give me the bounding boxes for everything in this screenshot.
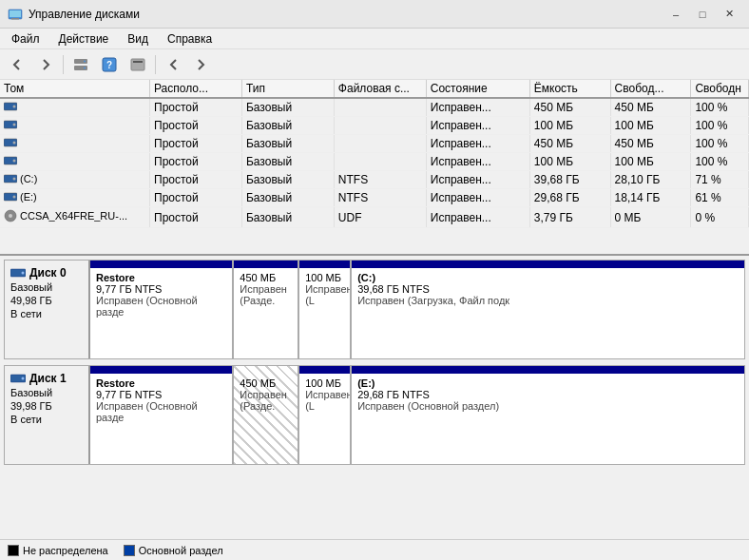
disk-status-1: В сети	[10, 414, 83, 425]
partition-0-0[interactable]: Restore 9,77 ГБ NTFS Исправен (Основной …	[90, 261, 234, 358]
cell-free: 100 МБ	[610, 117, 691, 135]
cell-rasp: Простой	[150, 98, 242, 117]
partition-1-2[interactable]: 100 МБ Исправен (L	[299, 366, 352, 464]
part-size-0-0: 9,77 ГБ NTFS	[96, 283, 226, 295]
cell-tom	[0, 135, 150, 153]
cell-state: Исправен...	[426, 98, 529, 117]
arrow-right-button[interactable]	[188, 52, 215, 77]
cell-free: 18,14 ГБ	[610, 189, 691, 207]
col-header-rasp[interactable]: Располо...	[150, 80, 242, 98]
col-header-tom[interactable]: Том	[0, 80, 150, 98]
col-header-free[interactable]: Свобод...	[610, 80, 691, 98]
cell-emk: 100 МБ	[529, 153, 610, 171]
table-row[interactable]: Простой Базовый Исправен... 100 МБ 100 М…	[0, 153, 749, 171]
cell-tom: (C:)	[0, 171, 150, 189]
cell-rasp: Простой	[150, 117, 242, 135]
app-icon	[8, 7, 23, 22]
forward-button[interactable]	[32, 52, 59, 77]
menu-file[interactable]: Файл	[4, 30, 48, 48]
maximize-button[interactable]: □	[690, 4, 715, 25]
help-button[interactable]: ?	[96, 52, 123, 77]
arrow-left-button[interactable]	[160, 52, 186, 77]
cell-state: Исправен...	[426, 189, 529, 207]
table-row[interactable]: Простой Базовый Исправен... 100 МБ 100 М…	[0, 117, 749, 135]
cell-fs	[334, 98, 426, 117]
disk-size-0: 49,98 ГБ	[10, 295, 83, 306]
window-title: Управление дисками	[29, 8, 140, 21]
svg-point-28	[22, 377, 25, 380]
cell-emk: 3,79 ГБ	[529, 207, 610, 228]
disk-type-0: Базовый	[10, 281, 83, 293]
part-status-1-3: Исправен (Основной раздел)	[357, 400, 739, 412]
cell-fs: NTFS	[334, 171, 426, 189]
table-row[interactable]: Простой Базовый Исправен... 450 МБ 450 М…	[0, 135, 749, 153]
partition-0-2[interactable]: 100 МБ Исправен (L	[299, 261, 352, 358]
svg-rect-9	[131, 59, 144, 70]
table-row[interactable]: (E:) Простой Базовый NTFS Исправен... 29…	[0, 189, 749, 207]
svg-rect-2	[11, 18, 19, 20]
close-button[interactable]: ✕	[717, 4, 741, 25]
minimize-button[interactable]: –	[663, 4, 688, 25]
table-area[interactable]: Том Располо... Тип Файловая с... Состоян…	[0, 80, 749, 256]
part-status-0-3: Исправен (Загрузка, Файл подк	[357, 295, 739, 306]
partition-1-1[interactable]: 450 МБ Исправен (Разде.	[234, 366, 299, 464]
menu-view[interactable]: Вид	[120, 30, 156, 48]
part-size-1-2: 100 МБ	[305, 377, 344, 389]
part-status-0-1: Исправен (Разде.	[240, 283, 292, 306]
cell-free: 450 МБ	[610, 135, 691, 153]
cell-tip: Базовый	[241, 207, 334, 228]
legend-primary-label: Основной раздел	[139, 545, 223, 556]
menu-action[interactable]: Действие	[51, 30, 117, 48]
toolbar-sep-1	[63, 55, 64, 74]
disk-view-button[interactable]	[67, 52, 94, 77]
volumes-table: Том Располо... Тип Файловая с... Состоян…	[0, 80, 749, 228]
disk-action-button[interactable]	[125, 52, 151, 77]
cell-state: Исправен...	[426, 171, 529, 189]
partition-1-3[interactable]: (E:) 29,68 ГБ NTFS Исправен (Основной ра…	[352, 366, 744, 464]
partition-0-1[interactable]: 450 МБ Исправен (Разде.	[234, 261, 299, 358]
col-header-fs[interactable]: Файловая с...	[334, 80, 426, 98]
cell-tip: Базовый	[241, 153, 334, 171]
toolbar: ?	[0, 49, 749, 80]
menu-help[interactable]: Справка	[160, 30, 220, 48]
disk-name-1: Диск 1	[10, 372, 83, 385]
cell-tom	[0, 117, 150, 135]
table-row[interactable]: CCSA_X64FRE_RU-... Простой Базовый UDF И…	[0, 207, 749, 228]
disk-type-1: Базовый	[10, 387, 83, 398]
partition-1-0[interactable]: Restore 9,77 ГБ NTFS Исправен (Основной …	[90, 366, 234, 464]
cell-rasp: Простой	[150, 135, 242, 153]
cell-free: 450 МБ	[610, 98, 691, 117]
table-row[interactable]: (C:) Простой Базовый NTFS Исправен... 39…	[0, 171, 749, 189]
back-button[interactable]	[4, 52, 30, 77]
cell-freep: 0 %	[691, 207, 749, 228]
cell-rasp: Простой	[150, 153, 242, 171]
disk-partitions-0: Restore 9,77 ГБ NTFS Исправен (Основной …	[90, 261, 744, 358]
partition-0-3[interactable]: (C:) 39,68 ГБ NTFS Исправен (Загрузка, Ф…	[352, 261, 744, 358]
col-header-state[interactable]: Состояние	[426, 80, 529, 98]
disk-info-1: Диск 1 Базовый 39,98 ГБ В сети	[5, 366, 90, 464]
svg-text:?: ?	[106, 60, 112, 70]
svg-point-18	[13, 160, 16, 163]
disk-panel-0: Диск 0 Базовый 49,98 ГБ В сети Restore 9…	[4, 260, 745, 359]
toolbar-sep-2	[155, 55, 156, 74]
table-row[interactable]: Простой Базовый Исправен... 450 МБ 450 М…	[0, 98, 749, 117]
disk-partitions-1: Restore 9,77 ГБ NTFS Исправен (Основной …	[90, 366, 744, 464]
disk-status-0: В сети	[10, 308, 83, 319]
cell-fs	[334, 117, 426, 135]
col-header-tip[interactable]: Тип	[241, 80, 334, 98]
cell-state: Исправен...	[426, 153, 529, 171]
col-header-freep[interactable]: Свободн	[691, 80, 749, 98]
cell-tom: (E:)	[0, 189, 150, 207]
part-size-0-2: 100 МБ	[305, 272, 344, 283]
status-bar: Не распределена Основной раздел	[0, 539, 749, 560]
svg-point-14	[13, 124, 16, 126]
cell-rasp: Простой	[150, 189, 242, 207]
part-status-0-0: Исправен (Основной разде	[96, 295, 226, 318]
legend-primary-box	[124, 545, 135, 556]
disk-panels-area[interactable]: Диск 0 Базовый 49,98 ГБ В сети Restore 9…	[0, 256, 749, 539]
cell-fs	[334, 153, 426, 171]
svg-point-26	[22, 272, 25, 275]
svg-point-16	[13, 142, 16, 145]
col-header-emk[interactable]: Ёмкость	[529, 80, 610, 98]
svg-rect-1	[10, 10, 21, 17]
